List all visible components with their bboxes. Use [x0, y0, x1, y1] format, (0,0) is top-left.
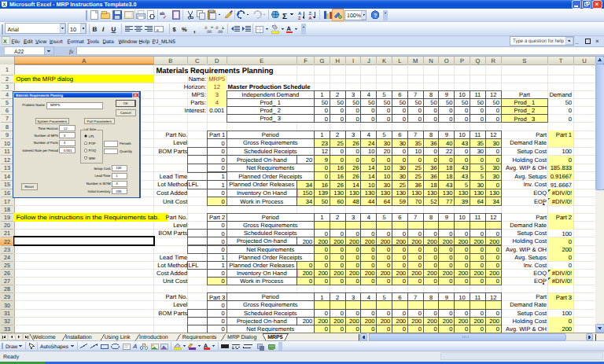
svg-text:0: 0: [465, 254, 468, 261]
svg-text:Independent Demand: Independent Demand: [241, 91, 299, 98]
svg-text:Period: Period: [262, 214, 279, 221]
svg-text:35: 35: [414, 140, 421, 147]
svg-text:0: 0: [341, 246, 344, 253]
svg-text:Horizon:: Horizon:: [184, 83, 206, 90]
svg-text:Welcome: Welcome: [33, 334, 56, 340]
svg-text:0: 0: [481, 325, 484, 333]
svg-text:100: 100: [562, 148, 572, 155]
svg-text:,: ,: [193, 26, 196, 35]
svg-text:0: 0: [433, 254, 436, 261]
svg-text:×: ×: [595, 38, 599, 45]
svg-text:1: 1: [222, 254, 225, 261]
svg-text:10: 10: [414, 148, 421, 155]
svg-text:0: 0: [433, 116, 436, 123]
svg-text:11: 11: [474, 91, 481, 98]
svg-text:20: 20: [4, 222, 10, 229]
svg-text:0: 0: [465, 325, 468, 333]
svg-text:43: 43: [462, 173, 468, 180]
svg-text:10: 10: [368, 148, 374, 155]
svg-text:X: X: [2, 2, 6, 8]
svg-text:0.001: 0.001: [64, 149, 73, 153]
svg-text:Cancel: Cancel: [120, 111, 131, 115]
svg-text:200: 200: [365, 270, 375, 277]
svg-text:10: 10: [459, 214, 465, 221]
svg-text:Part: Part: [536, 293, 547, 300]
svg-text:0: 0: [222, 238, 225, 245]
svg-text:0: 0: [387, 107, 390, 114]
svg-text:34: 34: [306, 198, 312, 205]
svg-text:Periods: Periods: [120, 142, 131, 145]
svg-text:64: 64: [477, 198, 484, 205]
svg-text:200: 200: [116, 189, 122, 193]
svg-text:T: T: [559, 57, 563, 64]
svg-text:Part 1: Part 1: [209, 131, 225, 138]
svg-text:7: 7: [414, 91, 417, 98]
svg-text:Requirements: Requirements: [182, 334, 217, 340]
svg-text:4: 4: [6, 91, 9, 98]
svg-text:3: 3: [215, 91, 219, 98]
svg-text:17: 17: [4, 198, 10, 205]
svg-text:200: 200: [349, 270, 359, 277]
svg-text:50: 50: [446, 99, 452, 106]
svg-text:0: 0: [449, 262, 452, 269]
svg-text:64: 64: [384, 198, 390, 205]
svg-text:System Parameters: System Parameters: [37, 119, 67, 123]
svg-text:0: 0: [569, 238, 572, 245]
svg-text:0: 0: [371, 325, 374, 333]
svg-text:14: 14: [352, 182, 359, 189]
svg-text:#DIV/0!: #DIV/0!: [552, 189, 572, 197]
svg-text:0: 0: [418, 246, 422, 253]
svg-text:0.91667: 0.91667: [551, 173, 572, 180]
svg-text:Holding Cost: Holding Cost: [513, 237, 547, 245]
svg-text:0: 0: [387, 310, 390, 317]
svg-text:Planned Order Receipts: Planned Order Receipts: [238, 254, 302, 261]
svg-text:0: 0: [325, 262, 328, 269]
svg-text:0: 0: [325, 116, 328, 123]
svg-text:0: 0: [325, 173, 328, 180]
svg-text:Cost Added: Cost Added: [157, 270, 187, 277]
svg-text:9: 9: [6, 131, 9, 138]
svg-text:0: 0: [481, 254, 484, 261]
svg-text:5: 5: [382, 131, 385, 138]
svg-text:0: 0: [496, 156, 499, 164]
svg-text:9: 9: [445, 91, 448, 98]
svg-text:0: 0: [465, 310, 468, 317]
svg-text:Part No.: Part No.: [165, 293, 187, 300]
svg-text:Setup Cost: Setup Cost: [94, 167, 111, 171]
svg-text:X: X: [3, 39, 7, 45]
svg-text:12: 12: [490, 294, 496, 301]
svg-text:MRP Dialog: MRP Dialog: [227, 334, 256, 340]
svg-text:Open the MRP dialog: Open the MRP dialog: [17, 75, 73, 83]
svg-text:0: 0: [569, 254, 572, 261]
svg-text:Inv. Cost: Inv. Cost: [524, 262, 547, 269]
svg-text:16: 16: [337, 164, 343, 171]
svg-text:25: 25: [414, 164, 421, 171]
svg-text:OK: OK: [123, 101, 128, 105]
svg-text:4: 4: [367, 294, 370, 301]
svg-text:Lead Time: Lead Time: [94, 174, 111, 178]
svg-text:U: U: [582, 57, 586, 64]
svg-text:Scheduled Receipts: Scheduled Receipts: [244, 230, 297, 237]
svg-text:0: 0: [465, 246, 468, 253]
svg-text:11: 11: [4, 148, 9, 155]
svg-text:7: 7: [414, 214, 417, 221]
svg-text:LFL: LFL: [189, 262, 199, 269]
svg-text:43: 43: [462, 164, 468, 171]
svg-text:0: 0: [496, 325, 499, 333]
svg-text:11: 11: [474, 294, 481, 301]
svg-text:0: 0: [496, 182, 499, 189]
svg-text:50: 50: [565, 99, 572, 106]
svg-text:200: 200: [459, 238, 469, 245]
svg-text:8: 8: [429, 294, 433, 301]
svg-text:#DIV/0!: #DIV/0!: [552, 198, 572, 205]
svg-text:0: 0: [325, 278, 328, 285]
svg-text:E: E: [260, 57, 263, 64]
svg-text:Scheduled Receipts: Scheduled Receipts: [244, 310, 297, 317]
svg-text:Work in Process: Work in Process: [240, 278, 283, 285]
svg-text:200: 200: [349, 238, 359, 245]
svg-text:5: 5: [6, 99, 9, 106]
svg-text:0: 0: [325, 246, 328, 253]
svg-text:0: 0: [481, 230, 484, 237]
svg-text:0: 0: [341, 325, 344, 333]
svg-text:59: 59: [400, 198, 406, 205]
